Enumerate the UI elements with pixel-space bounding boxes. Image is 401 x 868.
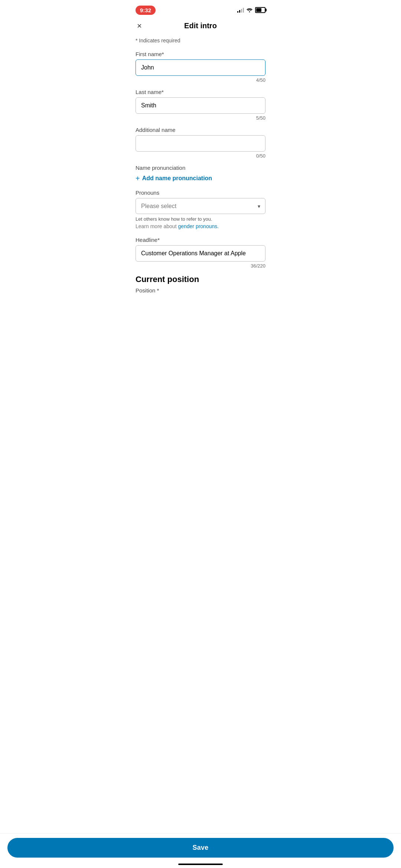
first-name-char-count: 4/50: [136, 77, 265, 83]
signal-icon: [237, 7, 244, 13]
close-icon: ×: [137, 21, 142, 30]
add-pronunciation-button[interactable]: + Add name pronunciation: [136, 175, 212, 182]
gender-pronouns-link[interactable]: gender pronouns.: [178, 223, 219, 229]
pronouns-learn-more: Learn more about gender pronouns.: [136, 223, 265, 229]
additional-name-group: Additional name 0/50: [136, 127, 265, 159]
pronouns-select[interactable]: Please select He/Him She/Her They/Them C…: [136, 198, 265, 214]
pronouns-help-text: Let others know how to refer to you.: [136, 216, 265, 222]
plus-icon: +: [136, 175, 140, 182]
header: × Edit intro: [128, 19, 273, 35]
headline-label: Headline*: [136, 237, 265, 243]
add-pronunciation-label: Add name pronunciation: [142, 175, 212, 182]
current-position-title: Current position: [136, 275, 265, 284]
first-name-label: First name*: [136, 51, 265, 57]
last-name-input[interactable]: [136, 97, 265, 114]
position-sublabel: Position *: [136, 287, 159, 294]
headline-group: Headline* 36/220: [136, 237, 265, 269]
additional-name-char-count: 0/50: [136, 153, 265, 159]
pronouns-label: Pronouns: [136, 190, 265, 196]
status-bar: 9:32: [128, 0, 273, 19]
last-name-label: Last name*: [136, 89, 265, 95]
headline-char-count: 36/220: [136, 263, 265, 269]
page-title: Edit intro: [184, 22, 217, 30]
status-time: 9:32: [136, 6, 156, 15]
close-button[interactable]: ×: [136, 20, 143, 32]
battery-icon: [255, 7, 265, 13]
first-name-group: First name* 4/50: [136, 51, 265, 83]
headline-input[interactable]: [136, 245, 265, 262]
pronouns-select-wrapper: Please select He/Him She/Her They/Them C…: [136, 198, 265, 214]
current-position-group: Current position Position *: [136, 275, 265, 294]
form-content: * Indicates required First name* 4/50 La…: [128, 35, 273, 337]
additional-name-label: Additional name: [136, 127, 265, 133]
additional-name-input[interactable]: [136, 135, 265, 152]
required-note: * Indicates required: [136, 38, 265, 43]
last-name-char-count: 5/50: [136, 115, 265, 121]
first-name-input[interactable]: [136, 59, 265, 76]
last-name-group: Last name* 5/50: [136, 89, 265, 121]
name-pronunciation-label: Name pronunciation: [136, 165, 265, 171]
wifi-icon: [246, 7, 253, 13]
pronouns-group: Pronouns Please select He/Him She/Her Th…: [136, 190, 265, 229]
name-pronunciation-group: Name pronunciation + Add name pronunciat…: [136, 165, 265, 182]
status-icons: [237, 7, 265, 13]
